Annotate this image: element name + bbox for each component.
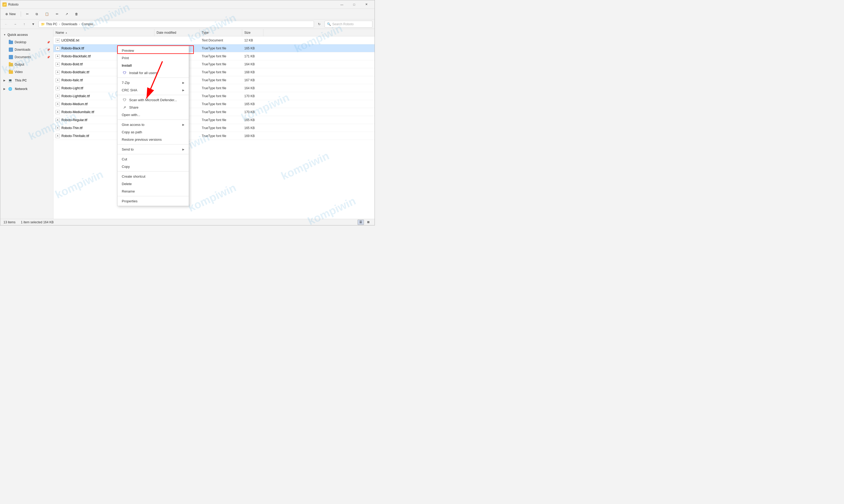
- file-row[interactable]: txt LICENSE.txt Text Document 12 KB: [53, 36, 375, 44]
- file-name: LICENSE.txt: [62, 38, 79, 42]
- txt-icon: txt: [55, 38, 60, 42]
- ctx-preview[interactable]: Preview: [118, 47, 189, 54]
- window-title: Roboto: [8, 3, 336, 6]
- this-pc-expand-icon: ▶: [3, 79, 5, 82]
- ctx-copy[interactable]: Copy: [118, 163, 189, 170]
- file-type: TrueType font file: [200, 54, 242, 58]
- rename-icon: ✏: [56, 12, 58, 16]
- ctx-7zip-label: 7-Zip: [122, 81, 130, 85]
- ctx-properties[interactable]: Properties: [118, 197, 189, 205]
- sidebar-item-output[interactable]: Output: [1, 61, 52, 68]
- ctx-7zip[interactable]: 7-Zip ▶: [118, 79, 189, 86]
- paste-icon: 📋: [45, 12, 49, 16]
- file-row[interactable]: A Roboto-LightItalic.ttf TrueType font f…: [53, 92, 375, 100]
- ctx-install-all[interactable]: 🛡 Install for all users: [118, 69, 189, 76]
- ctx-delete[interactable]: Delete: [118, 180, 189, 187]
- sidebar-item-documents[interactable]: Documents 📌: [1, 53, 52, 61]
- ctx-send-to[interactable]: Send to ▶: [118, 145, 189, 153]
- sidebar-this-pc-header[interactable]: ▶ 💻 This PC: [1, 77, 52, 84]
- list-view-button[interactable]: ☰: [358, 220, 364, 225]
- file-size: 164 KB: [242, 86, 263, 90]
- file-type: TrueType font file: [200, 118, 242, 122]
- address-field[interactable]: 📁 This PC › Downloads › Compre...: [38, 21, 314, 28]
- ctx-copy-path[interactable]: Copy as path: [118, 128, 189, 136]
- file-size: 171 KB: [242, 54, 263, 58]
- copy-icon: ⧉: [36, 12, 38, 16]
- ctx-create-shortcut-label: Create shortcut: [122, 175, 145, 178]
- font-icon: A: [55, 94, 60, 98]
- sidebar-label-video: Video: [15, 70, 22, 74]
- rename-button[interactable]: ✏: [53, 10, 62, 18]
- paste-button[interactable]: 📋: [42, 10, 52, 18]
- cut-button[interactable]: ✂: [23, 10, 32, 18]
- this-pc-section: ▶ 💻 This PC: [0, 77, 53, 84]
- file-type: TrueType font file: [200, 110, 242, 114]
- col-header-size[interactable]: Size: [242, 29, 263, 36]
- close-button[interactable]: ✕: [360, 0, 373, 9]
- new-button[interactable]: ⊕ New: [2, 10, 19, 18]
- sidebar-quick-access-header[interactable]: ▼ Quick access: [1, 31, 52, 38]
- ctx-sep7: [118, 196, 189, 196]
- title-bar-controls: — □ ✕: [336, 0, 373, 9]
- sidebar-label-quick-access: Quick access: [7, 33, 28, 37]
- file-row[interactable]: A Roboto-Bold.ttf TrueType font file 164…: [53, 60, 375, 68]
- file-row[interactable]: A Roboto-Italic.ttf TrueType font file 1…: [53, 76, 375, 84]
- ctx-sep2: [118, 95, 189, 95]
- share-icon: ↗: [65, 12, 68, 16]
- recent-button[interactable]: ▼: [30, 20, 37, 28]
- font-icon: A: [55, 126, 60, 130]
- submenu-arrow-access: ▶: [182, 123, 185, 126]
- font-icon: A: [55, 110, 60, 114]
- grid-view-button[interactable]: ⊞: [365, 220, 372, 225]
- sidebar-item-video[interactable]: Video: [1, 68, 52, 76]
- file-row[interactable]: A Roboto-Regular.ttf 09-01-2013 12:00 AM…: [53, 116, 375, 124]
- refresh-button[interactable]: ↻: [315, 20, 323, 28]
- file-row[interactable]: A Roboto-MediumItalic.ttf TrueType font …: [53, 108, 375, 116]
- sidebar-item-downloads[interactable]: ↓ Downloads 📌: [1, 46, 52, 53]
- col-header-date[interactable]: Date modified: [154, 29, 200, 36]
- file-row[interactable]: A Roboto-BlackItalic.ttf TrueType font f…: [53, 52, 375, 60]
- ctx-restore[interactable]: Restore previous versions: [118, 136, 189, 143]
- ctx-cut[interactable]: Cut: [118, 155, 189, 163]
- file-type: TrueType font file: [200, 78, 242, 82]
- sidebar-network-header[interactable]: ▶ 🌐 Network: [1, 85, 52, 93]
- sidebar-item-desktop[interactable]: Desktop 📌: [1, 38, 52, 46]
- ctx-install[interactable]: Install: [118, 61, 189, 69]
- breadcrumb-compre: Compre...: [82, 22, 96, 26]
- file-row[interactable]: A Roboto-Thin.ttf 09-01-2013 12:00 AM Tr…: [53, 124, 375, 132]
- ctx-rename[interactable]: Rename: [118, 187, 189, 195]
- ctx-scan[interactable]: 🛡 Scan with Microsoft Defender...: [118, 96, 189, 104]
- file-row[interactable]: A Roboto-Light.ttf TrueType font file 16…: [53, 84, 375, 92]
- col-header-type[interactable]: Type: [200, 29, 242, 36]
- delete-button[interactable]: 🗑: [72, 10, 81, 18]
- ctx-open-with[interactable]: Open with...: [118, 111, 189, 119]
- file-name: Roboto-LightItalic.ttf: [62, 94, 90, 98]
- back-button[interactable]: ←: [2, 20, 10, 28]
- col-header-name[interactable]: Name ▲: [53, 29, 154, 36]
- up-button[interactable]: ↑: [20, 20, 28, 28]
- file-row[interactable]: A Roboto-Medium.ttf TrueType font file 1…: [53, 100, 375, 108]
- ctx-create-shortcut[interactable]: Create shortcut: [118, 173, 189, 180]
- ctx-crc[interactable]: CRC SHA ▶: [118, 86, 189, 94]
- ctx-print[interactable]: Print: [118, 54, 189, 61]
- minimize-button[interactable]: —: [336, 0, 348, 9]
- file-size: 165 KB: [242, 126, 263, 130]
- ctx-share[interactable]: ↗ Share: [118, 104, 189, 111]
- maximize-button[interactable]: □: [348, 0, 360, 9]
- font-icon: A: [55, 86, 60, 90]
- file-row[interactable]: A Roboto-BoldItalic.ttf TrueType font fi…: [53, 68, 375, 76]
- share-button[interactable]: ↗: [63, 10, 71, 18]
- font-icon: A: [55, 78, 60, 82]
- forward-button[interactable]: →: [12, 20, 19, 28]
- file-type: TrueType font file: [200, 62, 242, 66]
- file-row[interactable]: A Roboto-Black.ttf TrueType font file 16…: [53, 44, 375, 52]
- network-section: ▶ 🌐 Network: [0, 85, 53, 93]
- file-name: Roboto-BlackItalic.ttf: [62, 54, 91, 58]
- copy-button[interactable]: ⧉: [33, 10, 41, 18]
- share-icon-ctx: ↗: [122, 105, 127, 110]
- file-name: Roboto-Bold.ttf: [62, 62, 83, 66]
- ctx-give-access[interactable]: Give access to ▶: [118, 121, 189, 128]
- file-row[interactable]: A Roboto-ThinItalic.ttf 09-01-2013 12:00…: [53, 132, 375, 140]
- ctx-scan-label: Scan with Microsoft Defender...: [129, 98, 177, 102]
- search-field[interactable]: 🔍 Search Roboto: [325, 21, 373, 28]
